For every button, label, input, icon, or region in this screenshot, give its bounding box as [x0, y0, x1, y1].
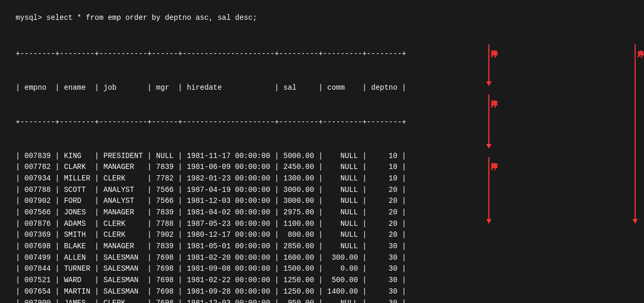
table-row: | 007844 | TURNER | SALESMAN | 7698 | 19… [16, 263, 406, 275]
terminal: mysql> select * from emp order by deptno… [8, 8, 636, 303]
table-row: | 007839 | KING | PRESIDENT | NULL | 198… [16, 151, 406, 162]
separator-header: +--------+--------+-----------+------+--… [16, 117, 406, 128]
table-row: | 007521 | WARD | SALESMAN | 7698 | 1981… [16, 275, 406, 286]
table-row: | 007902 | FORD | ANALYST | 7566 | 1981-… [16, 196, 406, 207]
asc-annotation: 升序 [635, 44, 643, 220]
table-row: | 007782 | CLARK | MANAGER | 7839 | 1981… [16, 162, 406, 173]
query-line: mysql> select * from emp order by deptno… [16, 14, 628, 22]
table-container: +--------+--------+-----------+------+--… [16, 26, 406, 303]
desc2-annotation: 降序 [488, 94, 497, 144]
desc1-annotation: 降序 [488, 44, 497, 82]
desc3-annotation: 降序 [488, 157, 497, 220]
table-row: | 007654 | MARTIN | SALESMAN | 7698 | 19… [16, 286, 406, 298]
table-row: | 007876 | ADAMS | CLERK | 7788 | 1987-0… [16, 219, 406, 230]
rows-container: | 007839 | KING | PRESIDENT | NULL | 198… [16, 151, 406, 303]
table-row: | 007369 | SMITH | CLERK | 7902 | 1980-1… [16, 229, 406, 241]
header-row: | empno | ename | job | mgr | hiredate |… [16, 82, 406, 94]
table-row: | 007566 | JONES | MANAGER | 7839 | 1981… [16, 207, 406, 219]
table-row: | 007900 | JAMES | CLERK | 7698 | 1981-1… [16, 298, 406, 304]
separator-top: +--------+--------+-----------+------+--… [16, 49, 406, 60]
table-row: | 007788 | SCOTT | ANALYST | 7566 | 1987… [16, 185, 406, 196]
table-row: | 007698 | BLAKE | MANAGER | 7839 | 1981… [16, 241, 406, 252]
table-row: | 007934 | MILLER | CLERK | 7782 | 1982-… [16, 173, 406, 185]
table-row: | 007499 | ALLEN | SALESMAN | 7698 | 198… [16, 252, 406, 264]
